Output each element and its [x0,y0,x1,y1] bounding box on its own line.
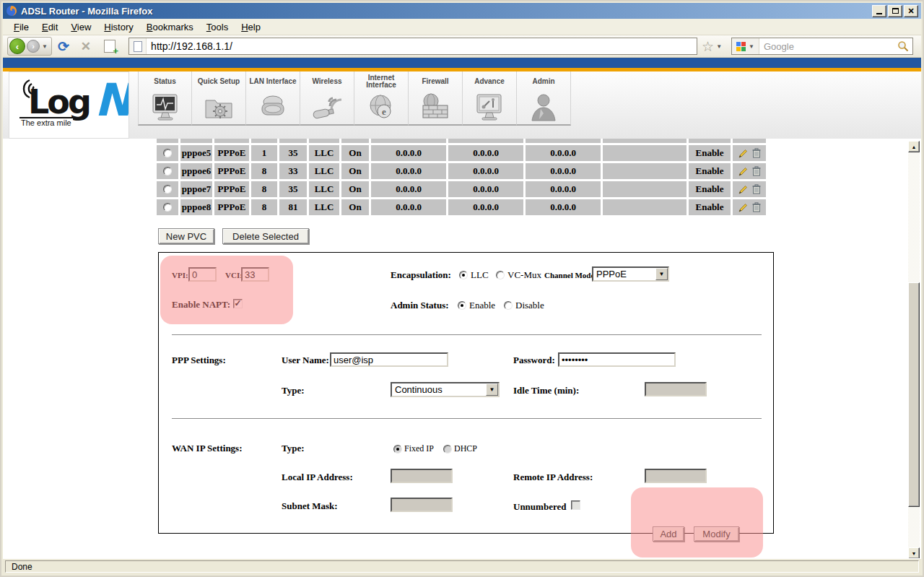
tab-internet-interface[interactable]: Internet Interface e [354,71,409,126]
menu-edit[interactable]: Edit [37,20,63,34]
reload-button[interactable]: ⟳ [58,38,69,55]
menu-history[interactable]: History [99,20,138,34]
delete-trash-icon[interactable] [752,184,761,194]
tab-quick-setup[interactable]: Quick Setup [192,71,246,126]
menu-bookmarks[interactable]: Bookmarks [141,20,199,34]
edit-pencil-icon[interactable] [738,185,748,194]
tab-firewall[interactable]: Firewall [409,71,463,126]
menu-view[interactable]: View [66,20,96,34]
minimize-button[interactable] [872,5,886,17]
menu-file[interactable]: File [9,20,34,34]
bookmark-star-icon[interactable]: ☆ [702,38,714,55]
cell-status: Enable [689,163,731,179]
close-button[interactable]: ✕ [904,5,918,17]
svg-text:e: e [382,106,386,117]
tab-lan-interface[interactable]: LAN Interface [246,71,300,126]
remote-ip-input[interactable] [645,469,707,483]
wan-dhcp-radio[interactable] [443,445,452,454]
tab-admin[interactable]: Admin [517,71,571,126]
remote-ip-label: Remote IP Address: [513,472,593,483]
cell-status: Enable [689,199,731,215]
encap-vcmux-radio[interactable] [496,271,505,279]
enable-napt-checkbox[interactable] [233,299,243,308]
idle-time-input[interactable] [645,382,707,396]
chevron-down-icon[interactable]: ▼ [655,268,668,280]
delete-trash-icon[interactable] [752,148,761,158]
cell-actions [733,181,766,197]
back-button[interactable]: ‹ [9,38,25,54]
encap-llc-radio[interactable] [459,271,468,279]
cell-napt: On [341,145,369,161]
cell-ip1: 0.0.0.0 [371,199,446,215]
table-row: pppoe7 PPPoE 8 35 LLC On 0.0.0.0 0.0.0.0… [157,181,766,197]
nav-tabs: Status Quick Setup LAN Interface [138,71,571,126]
bookmark-dropdown-icon[interactable]: ▼ [716,43,722,50]
cell-encap: LLC [309,181,339,197]
forward-button[interactable]: › [27,40,40,53]
tab-wireless[interactable]: Wireless [300,71,354,126]
scrollbar-thumb[interactable] [908,282,920,507]
tab-status[interactable]: Status [138,71,192,126]
cell-mode: PPPoE [214,145,249,161]
cell-ip3: 0.0.0.0 [526,145,601,161]
wan-fixed-ip-radio[interactable] [393,445,402,454]
subnet-mask-input[interactable] [391,498,453,512]
user-name-input[interactable] [330,352,448,367]
add-button[interactable]: Add [653,526,684,542]
cell-napt: On [341,181,369,197]
vpi-input[interactable] [188,267,217,282]
vci-input[interactable] [241,267,269,282]
menu-tools[interactable]: Tools [201,20,233,34]
logo-tagline: The extra mile [19,117,73,127]
ppp-type-select[interactable]: Continuous ▼ [391,382,500,397]
scroll-down-icon[interactable]: ▼ [908,547,920,559]
user-name-label: User Name: [282,355,329,366]
stop-button[interactable]: ✕ [81,39,91,54]
local-ip-input[interactable] [391,469,453,483]
history-dropdown-icon[interactable]: ▼ [42,43,48,50]
wan-dhcp-label: DHCP [454,443,477,454]
firefox-icon [6,5,17,17]
cell-napt: On [341,199,369,215]
menu-help[interactable]: Help [236,20,266,34]
chevron-down-icon[interactable]: ▼ [486,383,498,396]
pvc-table: pppoe5 PPPoE 1 35 LLC On 0.0.0.0 0.0.0.0… [157,139,766,217]
table-row: pppoe6 PPPoE 8 33 LLC On 0.0.0.0 0.0.0.0… [157,163,766,179]
modify-button[interactable]: Modify [694,526,739,542]
edit-pencil-icon[interactable] [738,167,748,176]
scroll-up-icon[interactable]: ▲ [908,141,920,152]
admin-enable-radio[interactable] [458,301,466,310]
new-pvc-button[interactable]: New PVC [158,228,214,244]
cell-status: Enable [689,145,731,161]
edit-pencil-icon[interactable] [738,203,748,212]
search-magnifier-icon[interactable] [897,40,909,52]
delete-trash-icon[interactable] [752,202,761,212]
delete-trash-icon[interactable] [752,166,761,176]
maximize-button[interactable] [888,5,902,17]
search-engine-dropdown-icon[interactable]: ▼ [749,43,754,50]
admin-disable-radio[interactable] [504,301,513,310]
row-select-radio[interactable] [163,167,172,175]
password-input[interactable] [558,352,676,367]
search-engine-icon[interactable]: ▼ [732,38,759,54]
channel-mode-label: Channel Mode: [544,271,597,279]
brick-wall-icon [419,90,451,124]
delete-selected-button[interactable]: Delete Selected [222,228,309,244]
wan-ip-settings-label: WAN IP Settings: [172,443,243,454]
cell-ip2: 0.0.0.0 [448,145,523,161]
search-input[interactable] [759,41,897,52]
tab-advance[interactable]: Advance [463,71,517,126]
search-box: ▼ [731,38,913,55]
cell-name: pppoe7 [180,181,212,197]
row-select-radio[interactable] [163,149,172,157]
row-select-radio[interactable] [163,185,172,194]
vertical-scrollbar[interactable]: ▲ ▼ [908,141,920,559]
unnumbered-checkbox[interactable] [571,500,580,510]
page-favicon-icon [134,41,142,52]
edit-pencil-icon[interactable] [738,149,748,158]
cell-ip3: 0.0.0.0 [526,163,601,179]
channel-mode-select[interactable]: PPPoE ▼ [592,266,669,282]
url-input[interactable] [147,40,697,52]
row-select-radio[interactable] [163,203,172,212]
new-tab-page-icon[interactable] [104,40,116,53]
